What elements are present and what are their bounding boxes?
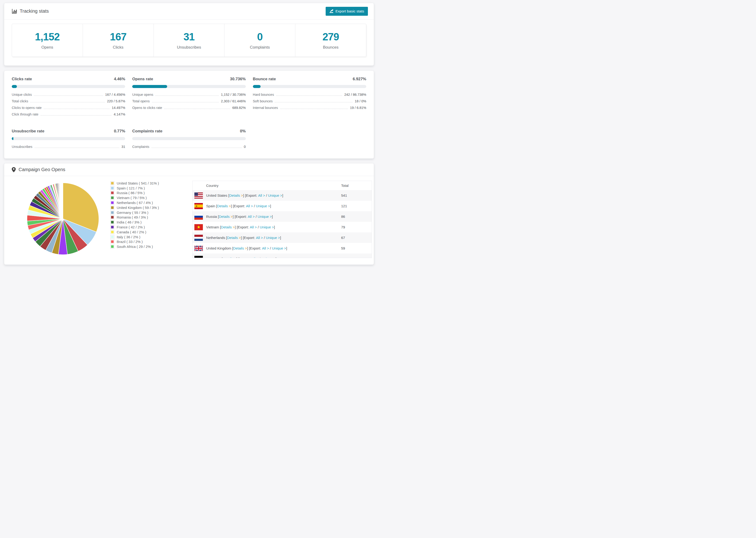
export-button-label: Export basic stats [336, 9, 364, 13]
legend-item[interactable]: Russia ( 86 / 5% ) [110, 190, 159, 195]
dotted-leader [155, 95, 219, 96]
country-total: 541 [341, 190, 372, 201]
legend-label: France ( 42 / 2% ) [117, 225, 145, 229]
rate-stat-row: Opens to clicks rate689.82% [132, 106, 245, 112]
geo-table-scroll-container[interactable]: Country Total United States [Details >] … [192, 181, 372, 258]
country-cell: ★Vietnam [Details >] [Export: All > / Un… [192, 224, 341, 230]
details-link[interactable]: Details > [233, 246, 247, 250]
es-flag-icon [194, 203, 203, 209]
details-link[interactable]: Details > [229, 193, 243, 197]
rate-section: Clicks rate4.46%Unique clicks167 / 4.456… [12, 77, 125, 119]
export-unique-link[interactable]: Unique > [268, 193, 282, 197]
export-basic-stats-button[interactable]: Export basic stats [326, 7, 368, 16]
export-all-link[interactable]: All > [248, 215, 255, 219]
legend-item[interactable]: Italy ( 36 / 2% ) [110, 235, 159, 240]
summary-stat-box: 1,152Opens [12, 24, 83, 57]
caret-icon: > [260, 236, 263, 240]
legend-item[interactable]: Netherlands ( 67 / 4% ) [110, 200, 159, 205]
legend-label: South Africa ( 29 / 2% ) [117, 244, 153, 248]
legend-item[interactable]: Brazil ( 33 / 2% ) [110, 240, 159, 244]
legend-item[interactable]: United States ( 541 / 31% ) [110, 181, 159, 186]
country-name: United States [206, 193, 228, 197]
country-links: [Details >] [Export: All > / Unique >] [232, 246, 287, 250]
de-flag-icon [194, 256, 203, 258]
us-flag-icon [194, 192, 203, 198]
export-unique-link[interactable]: Unique > [261, 257, 275, 258]
legend-color-swatch [110, 191, 114, 195]
rate-title: Complaints rate [132, 129, 162, 134]
ru-flag-icon [194, 214, 203, 220]
rate-stat-row: Soft bounces18 / 0% [253, 99, 366, 106]
rate-progress-bar [12, 85, 125, 88]
country-cell: United Kingdom [Details >] [Export: All … [192, 245, 341, 251]
rate-stat-label: Hard bounces [253, 93, 274, 96]
country-cell: Netherlands [Details >] [Export: All > /… [192, 235, 341, 241]
export-all-link[interactable]: All > [250, 225, 257, 229]
legend-item[interactable]: South Africa ( 29 / 2% ) [110, 244, 159, 249]
legend-item[interactable]: India ( 46 / 3% ) [110, 220, 159, 225]
details-link[interactable]: Details > [227, 236, 241, 240]
rate-stat-value: 1,152 / 30.736% [221, 93, 246, 96]
summary-stat-value: 0 [257, 31, 262, 43]
export-all-link[interactable]: All > [262, 246, 269, 250]
legend-label: Netherlands ( 67 / 4% ) [117, 201, 153, 205]
country-name: Netherlands [206, 236, 226, 240]
caret-icon: > [228, 204, 231, 208]
rate-stat-label: Complaints [132, 145, 149, 149]
export-all-link[interactable]: All > [258, 193, 265, 197]
campaign-geo-opens-card: Campaign Geo Opens United States ( 541 /… [4, 163, 374, 265]
export-all-link[interactable]: All > [256, 236, 263, 240]
rates-grid: Clicks rate4.46%Unique clicks167 / 4.456… [12, 77, 366, 151]
country-total: 79 [341, 222, 372, 232]
caret-icon: > [238, 236, 241, 240]
geo-table-header-total: Total [341, 181, 372, 190]
legend-item[interactable]: Germany ( 55 / 3% ) [110, 210, 159, 215]
rate-stat-label: Unique clicks [12, 93, 32, 96]
dotted-leader [44, 109, 110, 109]
legend-item[interactable]: Spain ( 121 / 7% ) [110, 186, 159, 190]
details-link[interactable]: Details > [219, 215, 233, 219]
country-cell: Germany [Details >] [Export: All > / Uni… [192, 256, 341, 258]
geo-table-row: United Kingdom [Details >] [Export: All … [192, 243, 372, 253]
details-link[interactable]: Details > [223, 257, 237, 258]
caret-icon: > [232, 225, 235, 229]
rate-stat-value: 220 / 5.87% [107, 99, 125, 103]
caret-icon: > [254, 225, 257, 229]
caret-icon: > [277, 236, 280, 240]
export-unique-link[interactable]: Unique > [256, 204, 270, 208]
rate-stat-row: Unsubscribes31 [12, 145, 125, 151]
legend-label: United Kingdom ( 59 / 3% ) [117, 206, 159, 210]
export-all-link[interactable]: All > [246, 204, 253, 208]
export-unique-link[interactable]: Unique > [272, 246, 286, 250]
legend-item[interactable]: Vietnam ( 79 / 5% ) [110, 195, 159, 200]
dotted-leader [164, 109, 230, 109]
legend-item[interactable]: France ( 42 / 2% ) [110, 225, 159, 230]
rate-stat-row: Unique opens1,152 / 30.736% [132, 93, 245, 99]
legend-label: Italy ( 36 / 2% ) [117, 235, 140, 239]
rate-section: Complaints rate0%Complaints0 [132, 129, 245, 151]
pie-legend: United States ( 541 / 31% )Spain ( 121 /… [110, 181, 159, 249]
export-all-link[interactable]: All > [251, 257, 258, 258]
geo-table-row-partial: Germany [Details >] [Export: All > / Uni… [192, 253, 372, 258]
legend-item[interactable]: United Kingdom ( 59 / 3% ) [110, 205, 159, 210]
legend-label: India ( 46 / 3% ) [117, 220, 141, 224]
dotted-leader [275, 102, 352, 102]
legend-item[interactable]: Romania ( 49 / 3% ) [110, 215, 159, 220]
rate-stat-value: 31 [121, 145, 125, 149]
export-unique-link[interactable]: Unique > [257, 215, 272, 219]
details-link[interactable]: Details > [217, 204, 231, 208]
rate-progress-bar [132, 137, 245, 140]
country-cell: Russia [Details >] [Export: All > / Uniq… [192, 214, 341, 220]
export-unique-link[interactable]: Unique > [266, 236, 280, 240]
export-unique-link[interactable]: Unique > [260, 225, 274, 229]
legend-item[interactable]: Canada ( 40 / 2% ) [110, 230, 159, 235]
caret-icon: > [267, 204, 270, 208]
rate-title: Opens rate [132, 77, 153, 81]
details-link[interactable]: Details > [221, 225, 235, 229]
geo-opens-pie-chart[interactable] [26, 181, 100, 256]
caret-icon: > [240, 193, 243, 197]
dotted-leader [34, 95, 103, 96]
rate-title: Clicks rate [12, 77, 32, 81]
rates-card: Clicks rate4.46%Unique clicks167 / 4.456… [4, 71, 374, 159]
caret-icon: > [273, 257, 276, 258]
